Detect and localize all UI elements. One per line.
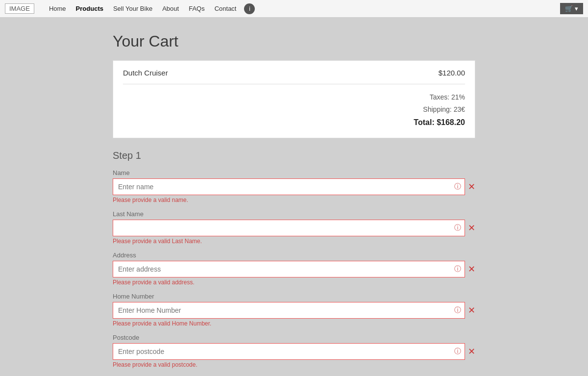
- postcode-label: Postcode: [113, 334, 475, 341]
- postcode-error: Please provide a valid postcode.: [113, 361, 475, 368]
- cart-summary: Taxes: 21% Shipping: 23€ Total: $168.20: [123, 91, 465, 130]
- lastname-label: Last Name: [113, 210, 475, 218]
- homenumber-field-row: ⓘ ✕: [113, 302, 475, 319]
- name-field-row: ⓘ ✕: [113, 178, 475, 195]
- navbar: IMAGE Home Products Sell Your Bike About…: [0, 0, 588, 18]
- cart-divider: [123, 84, 465, 84]
- name-label: Name: [113, 169, 475, 176]
- main-content: Your Cart Dutch Cruiser $120.00 Taxes: 2…: [103, 18, 485, 376]
- lastname-field-row: ⓘ ✕: [113, 220, 475, 236]
- lastname-input[interactable]: [113, 220, 465, 236]
- homenumber-clear-icon[interactable]: ✕: [468, 305, 475, 316]
- cart-item-row: Dutch Cruiser $120.00: [123, 69, 465, 77]
- nav-sell[interactable]: Sell Your Bike: [108, 5, 157, 12]
- name-error: Please provide a valid name.: [113, 197, 475, 203]
- info-icon[interactable]: i: [244, 3, 255, 14]
- name-input-wrap: ⓘ: [113, 178, 465, 195]
- nav-contact[interactable]: Contact: [210, 5, 242, 12]
- cart-taxes: Taxes: 21%: [123, 91, 465, 103]
- cart-item-price: $120.00: [439, 69, 465, 77]
- homenumber-input[interactable]: [113, 302, 465, 319]
- address-label: Address: [113, 251, 475, 259]
- homenumber-label: Home Number: [113, 293, 475, 300]
- postcode-clear-icon[interactable]: ✕: [468, 346, 475, 357]
- address-error: Please provide a valid address.: [113, 279, 475, 286]
- lastname-error: Please provide a valid Last Name.: [113, 238, 475, 245]
- cart-box: Dutch Cruiser $120.00 Taxes: 21% Shippin…: [113, 60, 475, 138]
- homenumber-error: Please provide a valid Home Number.: [113, 320, 475, 327]
- page-title: Your Cart: [113, 32, 475, 50]
- cart-button[interactable]: 🛒 ▾: [560, 3, 583, 14]
- cart-item-name: Dutch Cruiser: [123, 69, 168, 77]
- step-heading: Step 1: [113, 150, 475, 161]
- homenumber-input-wrap: ⓘ: [113, 302, 465, 319]
- nav-logo: IMAGE: [5, 3, 34, 14]
- address-field-row: ⓘ ✕: [113, 261, 475, 277]
- address-clear-icon[interactable]: ✕: [468, 264, 475, 275]
- cart-shipping: Shipping: 23€: [123, 103, 465, 116]
- nav-home[interactable]: Home: [44, 5, 71, 12]
- name-clear-icon[interactable]: ✕: [468, 181, 475, 192]
- cart-icon: 🛒: [565, 5, 573, 12]
- homenumber-field-group: Home Number ⓘ ✕ Please provide a valid H…: [113, 293, 475, 327]
- nav-about[interactable]: About: [157, 5, 184, 12]
- postcode-input[interactable]: [113, 343, 465, 360]
- nav-products[interactable]: Products: [71, 5, 108, 12]
- lastname-clear-icon[interactable]: ✕: [468, 223, 475, 233]
- cart-dropdown-icon: ▾: [575, 5, 578, 12]
- lastname-field-group: Last Name ⓘ ✕ Please provide a valid Las…: [113, 210, 475, 245]
- postcode-input-wrap: ⓘ: [113, 343, 465, 360]
- address-input-wrap: ⓘ: [113, 261, 465, 277]
- postcode-field-row: ⓘ ✕: [113, 343, 475, 360]
- cart-total: Total: $168.20: [123, 116, 465, 130]
- address-field-group: Address ⓘ ✕ Please provide a valid addre…: [113, 251, 475, 286]
- nav-faqs[interactable]: FAQs: [184, 5, 210, 12]
- name-input[interactable]: [113, 178, 465, 195]
- lastname-input-wrap: ⓘ: [113, 220, 465, 236]
- postcode-field-group: Postcode ⓘ ✕ Please provide a valid post…: [113, 334, 475, 368]
- address-input[interactable]: [113, 261, 465, 277]
- name-field-group: Name ⓘ ✕ Please provide a valid name.: [113, 169, 475, 203]
- nav-links: Home Products Sell Your Bike About FAQs …: [44, 3, 560, 14]
